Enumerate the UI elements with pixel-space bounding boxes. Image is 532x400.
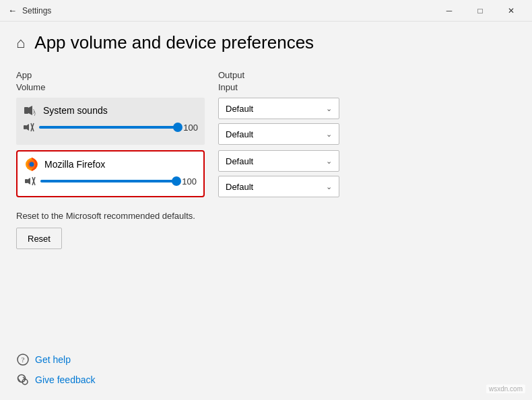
col-output-label: Output Input — [218, 69, 244, 94]
system-sounds-mute-icon[interactable] — [23, 123, 35, 132]
system-sounds-row: ) ) System sounds — [16, 98, 516, 145]
main-content: ⌂ App volume and device preferences App … — [0, 22, 532, 265]
title-bar-title: Settings — [22, 6, 51, 15]
svg-rect-12 — [25, 179, 28, 183]
system-sounds-icon: ) ) — [23, 103, 38, 118]
reset-button[interactable]: Reset — [16, 228, 62, 249]
firefox-name-row: Mozilla Firefox — [24, 157, 197, 172]
firefox-left: Mozilla Firefox — [16, 150, 205, 197]
firefox-name: Mozilla Firefox — [44, 159, 105, 170]
get-help-label: Get help — [35, 354, 71, 365]
firefox-input-dropdown[interactable]: Default ⌄ — [218, 176, 339, 197]
svg-point-11 — [30, 162, 34, 167]
firefox-output-dropdown[interactable]: Default ⌄ — [218, 150, 339, 172]
bottom-links: ? Get help Give feedback — [16, 353, 96, 387]
firefox-volume-value: 100 — [180, 176, 197, 187]
system-sounds-input-value: Default — [226, 129, 253, 139]
svg-marker-5 — [26, 124, 29, 131]
system-sounds-volume-value: 100 — [182, 123, 198, 133]
col-app-header: App Volume — [16, 69, 205, 94]
firefox-right: Default ⌄ Default ⌄ — [218, 150, 339, 197]
firefox-mute-icon[interactable] — [24, 176, 36, 186]
title-bar: ← Settings ─ □ ✕ — [0, 0, 532, 22]
chevron-down-icon: ⌄ — [326, 104, 332, 113]
maximize-button[interactable]: □ — [465, 0, 496, 22]
firefox-output-value: Default — [226, 156, 253, 166]
firefox-volume-row: 100 — [24, 174, 197, 188]
chevron-down-icon: ⌄ — [326, 157, 332, 166]
chevron-down-icon: ⌄ — [326, 130, 332, 139]
give-feedback-label: Give feedback — [35, 374, 96, 385]
system-sounds-output-value: Default — [226, 104, 253, 114]
svg-text:?: ? — [22, 356, 25, 364]
svg-rect-4 — [24, 125, 26, 129]
system-sounds-name: System sounds — [43, 105, 108, 116]
svg-rect-0 — [24, 107, 28, 114]
reset-section: Reset to the Microsoft recommended defau… — [16, 211, 516, 249]
back-button[interactable]: ← — [8, 5, 17, 15]
close-button[interactable]: ✕ — [496, 0, 527, 22]
col-app-label: App Volume — [16, 69, 205, 94]
system-sounds-left: ) ) System sounds — [16, 98, 205, 145]
give-feedback-icon — [16, 373, 30, 387]
system-sounds-volume-row: 100 — [23, 121, 198, 134]
firefox-slider[interactable] — [40, 174, 176, 188]
system-sounds-input-dropdown[interactable]: Default ⌄ — [218, 123, 339, 145]
system-sounds-output-dropdown[interactable]: Default ⌄ — [218, 98, 339, 119]
column-headers: App Volume Output Input — [16, 69, 516, 94]
watermark: wsxdn.com — [486, 385, 525, 393]
give-feedback-link[interactable]: Give feedback — [16, 373, 96, 387]
home-icon: ⌂ — [16, 34, 25, 52]
svg-marker-1 — [28, 106, 32, 115]
page-header: ⌂ App volume and device preferences — [16, 32, 516, 53]
firefox-row: Mozilla Firefox — [16, 150, 516, 197]
system-sounds-right: Default ⌄ Default ⌄ — [218, 98, 339, 145]
reset-text: Reset to the Microsoft recommended defau… — [16, 211, 516, 221]
chevron-down-icon: ⌄ — [326, 182, 332, 191]
col-output-input-header: Output Input — [218, 69, 244, 94]
firefox-icon — [24, 157, 39, 172]
title-bar-controls: ─ □ ✕ — [434, 0, 527, 22]
get-help-icon: ? — [16, 353, 30, 366]
firefox-input-value: Default — [226, 182, 253, 192]
svg-text:): ) — [34, 110, 36, 116]
minimize-button[interactable]: ─ — [434, 0, 465, 22]
page-title: App volume and device preferences — [34, 32, 314, 53]
svg-marker-13 — [28, 178, 30, 185]
system-sounds-slider[interactable] — [39, 121, 178, 134]
system-sounds-name-row: ) ) System sounds — [23, 103, 198, 118]
get-help-link[interactable]: ? Get help — [16, 353, 96, 366]
title-bar-left: ← Settings — [8, 5, 51, 15]
